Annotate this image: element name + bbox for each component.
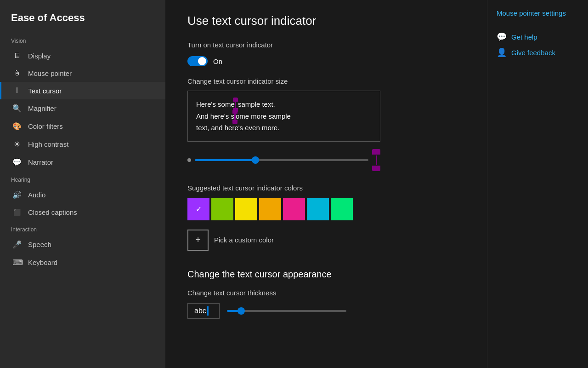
get-help-label: Get help [511,33,537,41]
mouse-pointer-icon: 🖱 [12,69,22,77]
give-feedback-label: Give feedback [511,49,555,57]
text-cursor-icon: I [12,86,22,95]
size-slider-track[interactable] [195,159,368,161]
toggle-row: On [187,56,465,66]
get-help-icon: 💬 [497,32,507,42]
sidebar-item-magnifier[interactable]: 🔍 Magnifier [0,99,165,117]
color-swatch-mint[interactable] [331,198,353,220]
magnifier-icon: 🔍 [12,104,22,113]
custom-color-button[interactable]: + Pick a custom color [187,230,465,251]
size-slider-thumb[interactable] [252,156,259,164]
sidebar-item-audio[interactable]: 🔊 Audio [0,186,165,204]
narrator-icon: 💬 [12,158,22,167]
right-panel: Mouse pointer settings 💬 Get help 👤 Give… [487,0,588,368]
high-contrast-icon: ☀ [12,140,22,149]
sample-text-box: Here's some sample text, And here's some… [187,91,380,142]
mouse-pointer-settings-link[interactable]: Mouse pointer settings [497,9,579,17]
color-swatch-cyan[interactable] [307,198,329,220]
toggle-knob [198,57,206,65]
slider-end-bottom [372,166,380,171]
speech-icon: 🎤 [12,240,22,249]
sidebar-item-color-filters[interactable]: 🎨 Color filters [0,117,165,135]
give-feedback-icon: 👤 [497,47,507,58]
toggle-section-label: Turn on text cursor indicator [187,41,465,49]
sidebar-item-text-cursor[interactable]: I Text cursor [0,82,165,99]
sample-text-line2: And here's some more sample [196,110,372,122]
sidebar-item-closed-captions[interactable]: ⬛ Closed captions [0,204,165,221]
sidebar-item-narrator[interactable]: 💬 Narrator [0,153,165,171]
slider-end-top [372,149,380,155]
color-swatches: ✓ [187,198,465,220]
sidebar-item-mouse-pointer[interactable]: 🖱 Mouse pointer [0,64,165,82]
color-swatch-gold[interactable] [259,198,281,220]
thickness-row: abc [187,303,465,319]
size-slider-container [187,149,380,171]
sidebar-item-display[interactable]: 🖥 Display [0,47,165,64]
thickness-slider-thumb[interactable] [237,307,245,315]
appearance-section-title: Change the text cursor appearance [187,269,465,280]
thickness-slider-track[interactable] [227,310,346,312]
text-cursor-indicator-toggle[interactable] [187,56,208,66]
keyboard-icon: ⌨ [12,258,22,267]
slider-end-line [376,155,377,165]
page-title: Use text cursor indicator [187,14,465,28]
size-section-label: Change text cursor indicator size [187,77,465,85]
text-cursor-preview-1 [235,100,236,109]
sidebar-title: Ease of Access [0,7,165,32]
custom-color-label: Pick a custom color [214,236,274,244]
abc-cursor-line [207,306,209,316]
sidebar-section-hearing: Hearing [0,171,165,186]
color-swatch-purple[interactable]: ✓ [187,198,209,220]
abc-text: abc [194,307,206,315]
slider-start-dot [187,158,191,162]
sidebar-item-keyboard[interactable]: ⌨ Keyboard [0,253,165,271]
give-feedback-link[interactable]: 👤 Give feedback [497,47,579,58]
color-swatch-pink[interactable] [283,198,305,220]
sidebar-section-interaction: Interaction [0,221,165,236]
sidebar-section-vision: Vision [0,32,165,47]
main-content: Use text cursor indicator Turn on text c… [165,0,487,368]
closed-captions-icon: ⬛ [12,209,22,216]
color-swatch-yellow[interactable] [235,198,257,220]
color-filters-icon: 🎨 [12,122,22,131]
color-section-label: Suggested text cursor indicator colors [187,184,465,192]
get-help-link[interactable]: 💬 Get help [497,32,579,42]
sample-text-line1: Here's some sample text, [196,98,372,110]
color-swatch-green[interactable] [211,198,233,220]
sidebar-item-high-contrast[interactable]: ☀ High contrast [0,135,165,153]
sidebar: Ease of Access Vision 🖥 Display 🖱 Mouse … [0,0,165,368]
display-icon: 🖥 [12,52,22,60]
text-cursor-preview-2 [234,112,236,121]
thickness-label: Change text cursor thickness [187,289,465,297]
sample-text-line3: text, and here's even more. [196,122,372,134]
sidebar-item-speech[interactable]: 🎤 Speech [0,236,165,253]
plus-icon: + [187,230,209,251]
slider-end-indicator [372,149,380,171]
abc-preview-box: abc [187,303,220,319]
audio-icon: 🔊 [12,190,22,199]
toggle-state-label: On [213,58,222,65]
